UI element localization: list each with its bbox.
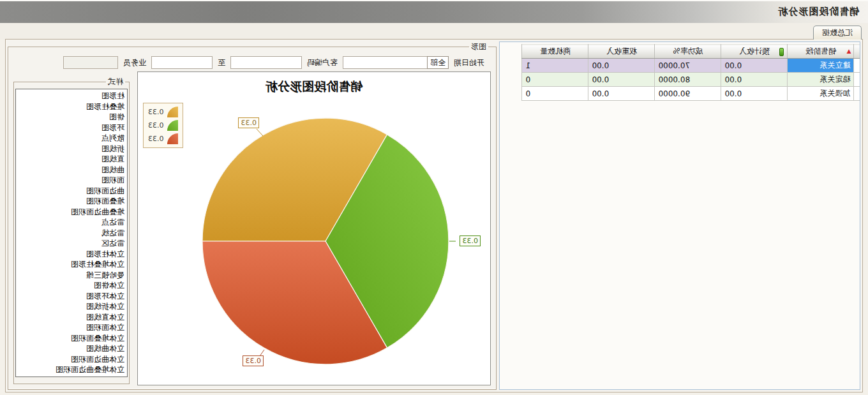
stage-cell-selected[interactable]: 建立关系 bbox=[788, 59, 854, 73]
slice-label-yellow: 0.33 bbox=[239, 117, 260, 128]
summary-table: ▲ 销售阶段 预计收入 成功率% 权重收入 bbox=[522, 44, 860, 101]
sort-ascending-icon: ▲ bbox=[847, 48, 851, 54]
slice-label-red: 0.33 bbox=[243, 355, 264, 366]
table-row[interactable]: 建立关系 0.00 70.0000 0.00 1 bbox=[522, 59, 860, 73]
weighted-cell[interactable]: 0.00 bbox=[588, 73, 655, 87]
weighted-cell[interactable]: 0.00 bbox=[588, 59, 655, 73]
chart-groupbox: 图形 开始日期 全部 客户编码 至 业务员 销售阶段图形分析 bbox=[8, 41, 497, 390]
count-cell[interactable]: 1 bbox=[522, 59, 588, 73]
tab-strip: 汇总数据 bbox=[0, 23, 868, 40]
column-header-weighted-label: 权重收入 bbox=[606, 47, 637, 56]
style-list-item[interactable]: 曼哈顿三维 bbox=[16, 270, 127, 281]
style-list-item[interactable]: 堆叠柱形图 bbox=[16, 101, 127, 112]
weighted-cell[interactable]: 0.00 bbox=[588, 87, 655, 101]
legend-swatch-red bbox=[168, 133, 179, 144]
green-bar-icon bbox=[780, 48, 784, 56]
count-cell[interactable]: 0 bbox=[522, 87, 588, 101]
leader-line-yellow bbox=[257, 129, 263, 136]
style-list-item[interactable]: 立体直线图 bbox=[16, 312, 127, 323]
column-header-success-rate[interactable]: 成功率% bbox=[655, 45, 721, 59]
title-banner: 销售阶段图形分析 bbox=[0, 0, 868, 23]
style-list-item[interactable]: 立体面积图 bbox=[16, 322, 127, 333]
salesman-input[interactable] bbox=[63, 56, 118, 69]
rate-cell[interactable]: 90.0000 bbox=[655, 87, 721, 101]
style-list-item[interactable]: 直线图 bbox=[16, 154, 127, 165]
chart-body: 销售阶段图形分析 bbox=[13, 71, 491, 385]
tab-summary-data[interactable]: 汇总数据 bbox=[813, 26, 862, 40]
style-list-item[interactable]: 立体柱形图 bbox=[16, 249, 127, 260]
customer-code-label: 客户编码 bbox=[307, 57, 338, 68]
column-header-count-label: 商机数量 bbox=[540, 47, 571, 56]
style-list-item[interactable]: 立体堆叠面积图 bbox=[16, 333, 127, 344]
row-indicator-cell bbox=[854, 59, 860, 73]
customer-code-to-input[interactable] bbox=[151, 56, 213, 69]
style-list-item[interactable]: 散列点 bbox=[16, 133, 127, 144]
style-list-item[interactable]: 雷达点 bbox=[16, 217, 127, 228]
chart-groupbox-label: 图形 bbox=[469, 41, 488, 52]
legend-row: 0.33 bbox=[148, 120, 179, 131]
summary-table-panel: ▲ 销售阶段 预计收入 成功率% 权重收入 bbox=[499, 41, 860, 390]
application-window: 销售阶段图形分析 汇总数据 ▲ 销售阶段 bbox=[0, 0, 868, 395]
row-indicator-cell bbox=[854, 87, 860, 101]
style-list-item[interactable]: 曲边面积图 bbox=[16, 186, 127, 197]
legend-value: 0.33 bbox=[148, 121, 164, 130]
style-list-item[interactable]: 柱形图 bbox=[16, 91, 127, 101]
expected-cell[interactable]: 0.00 bbox=[721, 73, 788, 87]
rate-cell[interactable]: 70.0000 bbox=[655, 59, 721, 73]
column-header-stage[interactable]: ▲ 销售阶段 bbox=[788, 45, 854, 59]
style-list-item[interactable]: 饼图 bbox=[16, 112, 127, 123]
row-indicator-header bbox=[854, 45, 860, 59]
style-list-item[interactable]: 曲线图 bbox=[16, 165, 127, 175]
stage-cell[interactable]: 加强关系 bbox=[788, 87, 854, 101]
style-groupbox-label: 样式 bbox=[106, 77, 125, 87]
style-list-item[interactable]: 立体饼图 bbox=[16, 280, 127, 291]
pie-chart bbox=[137, 72, 490, 385]
style-list-item[interactable]: 堆叠面积图 bbox=[16, 196, 127, 207]
legend-value: 0.33 bbox=[148, 135, 164, 143]
column-header-expected-income[interactable]: 预计收入 bbox=[721, 45, 788, 59]
style-list-item[interactable]: 折线图 bbox=[16, 144, 127, 154]
count-cell[interactable]: 0 bbox=[522, 73, 588, 87]
style-list-item[interactable]: 堆叠曲边面积图 bbox=[16, 207, 127, 218]
style-list-item[interactable]: 立体堆叠柱形图 bbox=[16, 259, 127, 270]
style-list-item[interactable]: 环形图 bbox=[16, 123, 127, 133]
legend-swatch-yellow bbox=[168, 107, 179, 117]
start-date-label: 开始日期 bbox=[454, 57, 484, 68]
main-frame: ▲ 销售阶段 预计收入 成功率% 权重收入 bbox=[5, 39, 863, 392]
style-list-item[interactable]: 雷达线 bbox=[16, 228, 127, 239]
expected-cell[interactable]: 0.00 bbox=[721, 87, 788, 101]
column-header-rate-label: 成功率% bbox=[673, 47, 703, 56]
chart-canvas: 销售阶段图形分析 bbox=[137, 71, 491, 385]
style-list-item[interactable]: 立体堆叠曲边面积图 bbox=[16, 364, 127, 375]
legend-row: 0.33 bbox=[148, 107, 179, 117]
filter-form-row: 开始日期 全部 客户编码 至 业务员 bbox=[15, 55, 484, 70]
chart-legend: 0.33 0.33 0.33 bbox=[143, 103, 184, 148]
column-header-opportunity-count[interactable]: 商机数量 bbox=[522, 45, 588, 59]
table-row[interactable]: 加强关系 0.00 90.0000 0.00 0 bbox=[522, 87, 860, 101]
style-list-item[interactable]: 立体曲边面积图 bbox=[16, 354, 127, 365]
customer-code-input[interactable] bbox=[230, 56, 302, 69]
start-date-combo-value[interactable]: 全部 bbox=[427, 56, 449, 69]
salesman-label: 业务员 bbox=[123, 57, 146, 68]
style-list-item[interactable]: 面积图 bbox=[16, 175, 127, 186]
start-date-combo-field[interactable] bbox=[343, 56, 427, 69]
column-header-weighted-income[interactable]: 权重收入 bbox=[588, 45, 655, 59]
legend-row: 0.33 bbox=[148, 133, 179, 144]
to-label: 至 bbox=[218, 57, 225, 68]
legend-swatch-green bbox=[168, 120, 179, 131]
chart-style-list[interactable]: 柱形图 堆叠柱形图 饼图 环形图 散列点 折线图 直线图 曲线图 面积图 曲边面… bbox=[15, 89, 128, 377]
start-date-combo[interactable]: 全部 bbox=[343, 56, 449, 69]
style-list-item[interactable]: 立体环形图 bbox=[16, 291, 127, 302]
style-list-item[interactable]: 雷达区 bbox=[16, 238, 127, 249]
window-title: 销售阶段图形分析 bbox=[777, 6, 859, 18]
expected-cell[interactable]: 0.00 bbox=[721, 59, 788, 73]
rate-cell[interactable]: 80.0000 bbox=[655, 73, 721, 87]
style-list-item[interactable]: 立体曲线图 bbox=[16, 343, 127, 354]
stage-cell[interactable]: 稳定关系 bbox=[788, 73, 854, 87]
legend-value: 0.33 bbox=[148, 108, 164, 116]
style-groupbox: 样式 柱形图 堆叠柱形图 饼图 环形图 散列点 折线图 直线图 曲线图 面积图 … bbox=[13, 77, 130, 384]
slice-label-green: 0.33 bbox=[460, 235, 481, 246]
table-row[interactable]: 稳定关系 0.00 80.0000 0.00 0 bbox=[522, 73, 860, 87]
row-indicator-cell bbox=[854, 73, 860, 87]
style-list-item[interactable]: 立体折线图 bbox=[16, 301, 127, 312]
